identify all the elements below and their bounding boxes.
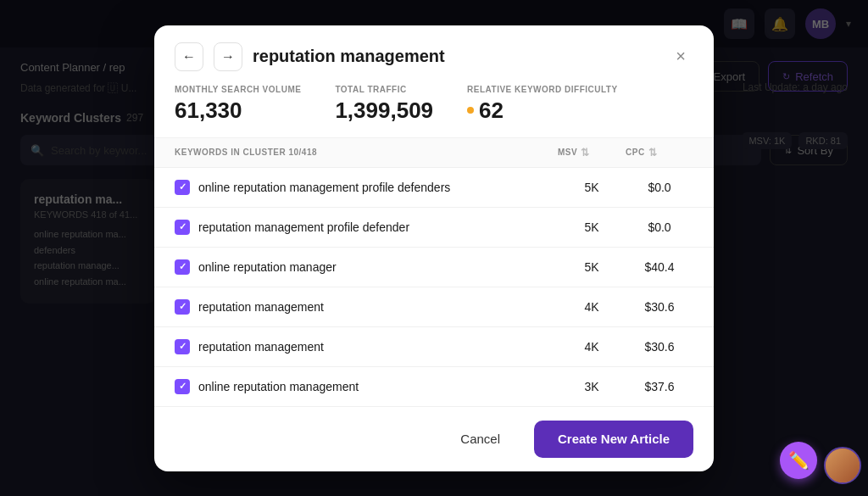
total-traffic-stat: TOTAL TRAFFIC 1,399,509 [335,85,433,124]
keywords-table: KEYWORDS IN CLUSTER 10/418 MSV ⇅ CPC ⇅ o… [154,138,714,406]
edit-icon: ✏️ [788,450,810,471]
monthly-search-volume-label: MONTHLY SEARCH VOLUME [175,85,301,94]
modal-header: ← → reputation management × [154,25,714,71]
keyword-cell-0: online reputation management profile def… [175,180,558,195]
total-traffic-value: 1,399,509 [335,98,433,124]
msv-cell-1: 5K [558,220,626,234]
create-new-article-button[interactable]: Create New Article [534,421,693,458]
floating-action-button[interactable]: ✏️ [780,442,817,479]
cpc-cell-4: $30.6 [626,340,693,354]
msv-cell-0: 5K [558,181,626,194]
keyword-text-5: online reputation management [198,380,359,393]
cpc-sort-icon[interactable]: ⇅ [648,147,658,159]
table-row: online reputation management profile def… [154,168,714,208]
keyword-text-4: reputation management [198,340,324,354]
forward-arrow-icon: → [221,49,235,64]
modal-stats-row: MONTHLY SEARCH VOLUME 61,330 TOTAL TRAFF… [154,71,714,138]
keyword-cell-2: online reputation manager [175,259,558,275]
keyword-checkbox-5[interactable] [175,379,190,394]
cpc-cell-1: $0.0 [626,220,693,234]
keyword-cell-3: reputation management [175,299,558,315]
table-row: online reputation management 3K $37.6 [154,367,714,406]
keyword-checkbox-3[interactable] [175,299,190,315]
keyword-text-2: online reputation manager [198,260,337,274]
total-traffic-label: TOTAL TRAFFIC [335,85,433,94]
msv-cell-2: 5K [558,260,626,274]
keyword-checkbox-4[interactable] [175,339,190,354]
keyword-difficulty-label: RELATIVE KEYWORD DIFFICULTY [467,85,618,94]
back-arrow-icon: ← [182,49,196,64]
cancel-button[interactable]: Cancel [437,421,524,458]
cpc-column-header: CPC ⇅ [626,147,693,159]
table-row: reputation management profile defender 5… [154,208,714,248]
modal-footer: Cancel Create New Article [154,406,714,471]
user-avatar-corner[interactable] [824,447,861,484]
close-icon: × [676,47,686,66]
keyword-text-0: online reputation management profile def… [198,181,450,194]
keyword-cell-5: online reputation management [175,379,558,394]
msv-cell-5: 3K [558,380,626,393]
msv-column-header: MSV ⇅ [558,147,626,159]
keyword-difficulty-value: 62 [467,98,618,124]
cpc-cell-0: $0.0 [626,181,693,194]
table-row: reputation management 4K $30.6 [154,287,714,327]
keyword-checkbox-1[interactable] [175,220,190,235]
keyword-cell-4: reputation management [175,339,558,354]
keyword-checkbox-0[interactable] [175,180,190,195]
keyword-cell-1: reputation management profile defender [175,220,558,235]
cpc-cell-5: $37.6 [626,380,693,393]
msv-sort-icon[interactable]: ⇅ [581,147,590,159]
keyword-difficulty-stat: RELATIVE KEYWORD DIFFICULTY 62 [467,85,618,124]
keyword-checkbox-2[interactable] [175,259,190,275]
difficulty-dot-icon [467,107,474,114]
table-row: reputation management 4K $30.6 [154,327,714,367]
forward-button[interactable]: → [214,42,242,71]
user-avatar-image [826,449,860,482]
cpc-cell-2: $40.4 [626,260,693,274]
keyword-text-3: reputation management [198,300,324,314]
keyword-text-1: reputation management profile defender [198,220,409,234]
table-row: online reputation manager 5K $40.4 [154,248,714,287]
table-header-row: KEYWORDS IN CLUSTER 10/418 MSV ⇅ CPC ⇅ [154,138,714,168]
msv-cell-3: 4K [558,300,626,314]
close-button[interactable]: × [668,44,693,70]
back-button[interactable]: ← [175,42,203,71]
cpc-cell-3: $30.6 [626,300,693,314]
modal-title: reputation management [253,47,658,66]
table-body: online reputation management profile def… [154,168,714,406]
keywords-column-header: KEYWORDS IN CLUSTER 10/418 [175,147,558,159]
modal-overlay: ← → reputation management × MONTHLY SEAR… [0,0,868,496]
msv-cell-4: 4K [558,340,626,354]
modal-dialog: ← → reputation management × MONTHLY SEAR… [154,25,714,471]
monthly-search-volume-value: 61,330 [175,98,301,124]
monthly-search-volume-stat: MONTHLY SEARCH VOLUME 61,330 [175,85,301,124]
